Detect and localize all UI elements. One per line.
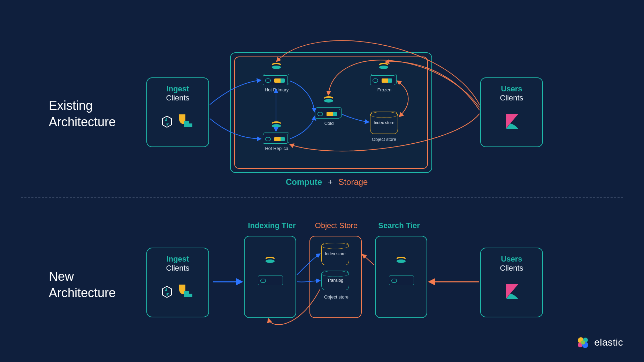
- users-subtitle: Clients: [500, 93, 523, 102]
- cylinder-index-store: Index store: [370, 112, 398, 134]
- elasticsearch-icon: [272, 121, 281, 130]
- logstash-icon: [179, 285, 192, 297]
- svg-marker-0: [162, 116, 171, 127]
- elasticsearch-icon: [397, 257, 406, 266]
- elasticsearch-icon: [266, 257, 275, 266]
- elastic-logo: elastic: [576, 335, 623, 349]
- server-cold: [315, 109, 340, 119]
- section-title-existing: Existing Architecture: [49, 98, 116, 130]
- ingest-title-new: Ingest: [167, 255, 189, 263]
- elasticsearch-icon: [272, 63, 281, 72]
- caption-compute-storage: Compute + Storage: [286, 177, 368, 187]
- logstash-icon: [179, 114, 192, 127]
- kibana-icon: [505, 113, 519, 129]
- tier-label-search: Search Tier: [373, 221, 425, 230]
- label-hot-primary: Hot Primary: [263, 87, 291, 92]
- server-search: [389, 276, 414, 285]
- cylinder-index-store-new: Index store: [321, 243, 349, 265]
- label-translog: Translog: [327, 278, 343, 283]
- elasticsearch-icon: [379, 63, 388, 72]
- ingest-subtitle-new: Clients: [166, 264, 189, 272]
- label-index-store: Index store: [374, 120, 394, 125]
- elasticsearch-icon: [324, 96, 333, 105]
- label-frozen: Frozen: [372, 87, 397, 92]
- cylinder-translog: Translog: [321, 271, 349, 290]
- brand-text: elastic: [594, 337, 623, 348]
- users-box-existing: Users Clients: [480, 77, 543, 147]
- ingest-box-existing: Ingest Clients: [146, 77, 209, 147]
- server-frozen: [370, 75, 395, 85]
- label-cold: Cold: [319, 121, 339, 126]
- users-box-new: Users Clients: [480, 248, 543, 317]
- kibana-icon: [505, 283, 519, 299]
- caption-storage: Storage: [338, 177, 368, 187]
- beats-icon: [162, 116, 172, 128]
- caption-plus: +: [328, 177, 333, 187]
- label-index-store-new: Index store: [325, 251, 345, 256]
- users-subtitle-new: Clients: [500, 264, 523, 272]
- caption-compute: Compute: [286, 177, 322, 187]
- ingest-title: Ingest: [167, 84, 189, 93]
- section-divider: [21, 197, 623, 198]
- label-object-store-new: Object store: [317, 294, 355, 300]
- svg-marker-2: [162, 286, 171, 297]
- users-title: Users: [501, 84, 522, 93]
- ingest-subtitle: Clients: [166, 93, 189, 102]
- svg-point-8: [581, 340, 585, 345]
- section-title-new: New Architecture: [49, 269, 116, 301]
- server-hot-primary: [263, 75, 288, 85]
- beats-icon: [162, 286, 172, 298]
- tier-label-objectstore: Object Store: [310, 221, 362, 230]
- server-indexing: [258, 276, 283, 285]
- server-hot-replica: [263, 134, 288, 144]
- ingest-box-new: Ingest Clients: [146, 248, 209, 317]
- label-object-store: Object store: [367, 137, 401, 142]
- users-title-new: Users: [501, 255, 522, 263]
- label-hot-replica: Hot Replica: [263, 146, 291, 151]
- tier-label-indexing: Indexing TIer: [244, 221, 300, 230]
